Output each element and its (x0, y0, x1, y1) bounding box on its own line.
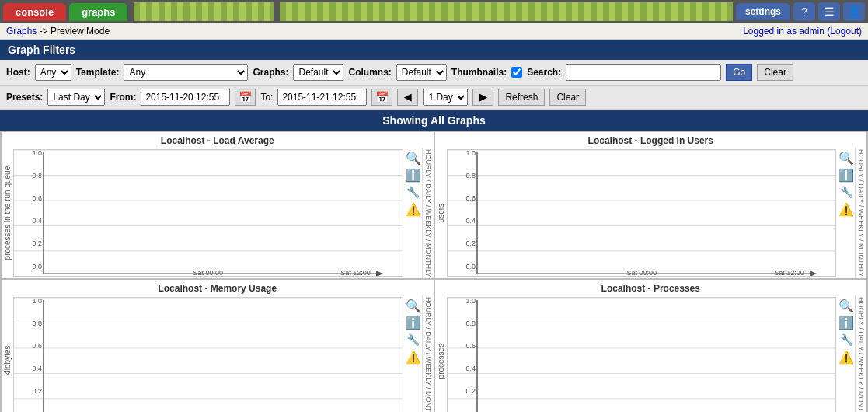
graph-canvas-2[interactable]: Sat 00:00 Sat 12:00 1.00.80.60.40.20.0 (13, 297, 403, 412)
right-label-0: HOURLY / DAILY / WEEKLY / MONTHLY (422, 148, 434, 278)
span-select[interactable]: 1 Day (423, 89, 468, 106)
clear-button-presets[interactable]: Clear (549, 89, 586, 106)
next-arrow[interactable]: ▶ (472, 89, 493, 106)
go-button[interactable]: Go (726, 64, 752, 81)
clear-button-top[interactable]: Clear (757, 64, 793, 81)
to-calendar-button[interactable]: 📅 (371, 89, 392, 106)
from-calendar-button[interactable]: 📅 (235, 89, 256, 106)
graph-canvas-1[interactable]: Sat 00:00 Sat 12:00 1.00.80.60.40.20.0 (447, 149, 837, 277)
svg-text:0.2: 0.2 (465, 239, 476, 247)
search-input[interactable] (566, 64, 721, 81)
svg-text:0.4: 0.4 (32, 365, 42, 373)
from-input[interactable] (141, 89, 230, 106)
graph-main-3: Localhost - Processes processes Sat 00:0… (435, 280, 867, 412)
svg-text:0.2: 0.2 (32, 239, 42, 247)
right-label-3: HOURLY / DAILY / WEEKLY / MONTHLY (855, 295, 866, 412)
svg-text:0.2: 0.2 (32, 388, 42, 396)
breadcrumb-separator: -> (40, 26, 51, 37)
settings-button[interactable]: settings (736, 3, 790, 20)
y-axis-label-3: processes (435, 295, 447, 412)
svg-text:0.4: 0.4 (32, 217, 42, 225)
svg-text:Sat 00:00: Sat 00:00 (626, 269, 657, 277)
graph-svg-2: Sat 00:00 Sat 12:00 1.00.80.60.40.20.0 (14, 298, 403, 412)
graph-icons-3: 🔍 ℹ️ 🔧 ⚠️ (838, 295, 855, 412)
graph-title-2: Localhost - Memory Usage (2, 280, 434, 295)
wrench-icon-0[interactable]: 🔧 (406, 185, 420, 199)
svg-text:1.0: 1.0 (465, 298, 476, 304)
graph-canvas-0[interactable]: Sat 00:00 Sat 12:00 1.00.80.60.40.20.0 (13, 149, 403, 277)
alert-icon-1[interactable]: ⚠️ (839, 202, 853, 216)
logged-in-text: Logged in as (743, 26, 797, 37)
zoom-icon-3[interactable]: 🔍 (839, 299, 853, 312)
nav-left: console graphs (3, 2, 277, 21)
nav-stripe-left (134, 2, 274, 21)
graph-svg-0: Sat 00:00 Sat 12:00 1.00.80.60.40.20.0 (14, 150, 403, 276)
graph-canvas-3[interactable]: Sat 00:00 Sat 12:00 1.00.80.60.40.20.0 (447, 297, 837, 412)
graph-filters-title: Graph Filters (8, 44, 75, 56)
zoom-icon-1[interactable]: 🔍 (839, 151, 853, 165)
graph-area-1: users Sat 00:00 Sat 12:00 1.00.80.60.40.… (435, 148, 867, 278)
wrench-icon-1[interactable]: 🔧 (839, 185, 853, 199)
logged-in-info: Logged in as admin (Logout) (743, 26, 862, 37)
info-icon-0[interactable]: ℹ️ (406, 168, 420, 182)
graphs-label: Graphs: (253, 67, 288, 78)
prev-arrow[interactable]: ◀ (397, 89, 418, 106)
template-label: Template: (76, 67, 120, 78)
refresh-button[interactable]: Refresh (498, 89, 545, 106)
graph-svg-1: Sat 00:00 Sat 12:00 1.00.80.60.40.20.0 (448, 150, 836, 276)
info-icon-3[interactable]: ℹ️ (839, 316, 853, 330)
menu-icon[interactable]: ☰ (818, 2, 840, 21)
username: admin (799, 26, 824, 37)
graph-title-3: Localhost - Processes (435, 280, 867, 295)
thumbnails-checkbox[interactable] (511, 67, 522, 78)
svg-text:0.6: 0.6 (32, 342, 42, 350)
alert-icon-2[interactable]: ⚠️ (406, 350, 420, 364)
zoom-icon-2[interactable]: 🔍 (406, 299, 420, 312)
info-icon-2[interactable]: ℹ️ (406, 316, 420, 330)
to-input[interactable] (277, 89, 367, 106)
zoom-icon-0[interactable]: 🔍 (406, 151, 420, 165)
graph-card-0: Localhost - Load Average processes in th… (2, 132, 434, 278)
thumbnails-label: Thumbnails: (451, 67, 507, 78)
graphs-link[interactable]: Graphs (6, 26, 37, 37)
nav-right: settings ? ☰ 👤 (736, 2, 865, 21)
graph-area-3: processes Sat 00:00 Sat 12:00 1.00.80.60… (435, 295, 867, 412)
preset-select[interactable]: Last Day (47, 89, 105, 106)
filters-bar: Host: Any Template: Any Graphs: Default … (0, 60, 868, 86)
svg-text:0.8: 0.8 (465, 319, 476, 327)
console-tab[interactable]: console (3, 3, 66, 21)
template-select[interactable]: Any (124, 64, 248, 81)
wrench-icon-2[interactable]: 🔧 (406, 333, 420, 347)
graphs-tab[interactable]: graphs (69, 3, 127, 21)
columns-select[interactable]: Default (396, 64, 447, 81)
logout-link[interactable]: (Logout) (827, 26, 862, 37)
graph-icons-1: 🔍 ℹ️ 🔧 ⚠️ (838, 148, 855, 278)
svg-text:1.0: 1.0 (32, 298, 42, 304)
top-nav: console graphs settings ? ☰ 👤 (0, 0, 868, 23)
svg-text:Sat 00:00: Sat 00:00 (193, 269, 223, 277)
right-label-1: HOURLY / DAILY / WEEKLY / MONTHLY (855, 148, 866, 278)
wrench-icon-3[interactable]: 🔧 (839, 333, 853, 347)
graph-filters-header: Graph Filters (0, 40, 868, 60)
y-axis-label-1: users (435, 148, 447, 278)
graph-area-2: kilobytes Sat 00:00 Sat 12:00 1.00.80.60… (2, 295, 434, 412)
alert-icon-3[interactable]: ⚠️ (839, 350, 853, 364)
svg-text:0.0: 0.0 (465, 263, 476, 271)
svg-text:0.4: 0.4 (465, 365, 476, 373)
svg-text:Sat 12:00: Sat 12:00 (340, 269, 371, 277)
graph-card-3: Localhost - Processes processes Sat 00:0… (435, 280, 867, 412)
y-axis-label-2: kilobytes (2, 295, 13, 412)
right-label-2: HOURLY / DAILY / WEEKLY / MONTHLY (422, 295, 434, 412)
breadcrumb-current: Preview Mode (51, 26, 110, 37)
info-icon-1[interactable]: ℹ️ (839, 168, 853, 182)
graph-title-0: Localhost - Load Average (2, 132, 434, 148)
alert-icon-0[interactable]: ⚠️ (406, 202, 420, 216)
graph-main-0: Localhost - Load Average processes in th… (2, 132, 434, 278)
svg-text:1.0: 1.0 (32, 150, 42, 156)
help-icon[interactable]: ? (793, 2, 815, 21)
svg-text:1.0: 1.0 (465, 150, 476, 156)
user-icon[interactable]: 👤 (843, 2, 865, 21)
graphs-select[interactable]: Default (293, 64, 343, 81)
graph-title-1: Localhost - Logged in Users (435, 132, 867, 148)
host-select[interactable]: Any (35, 64, 71, 81)
